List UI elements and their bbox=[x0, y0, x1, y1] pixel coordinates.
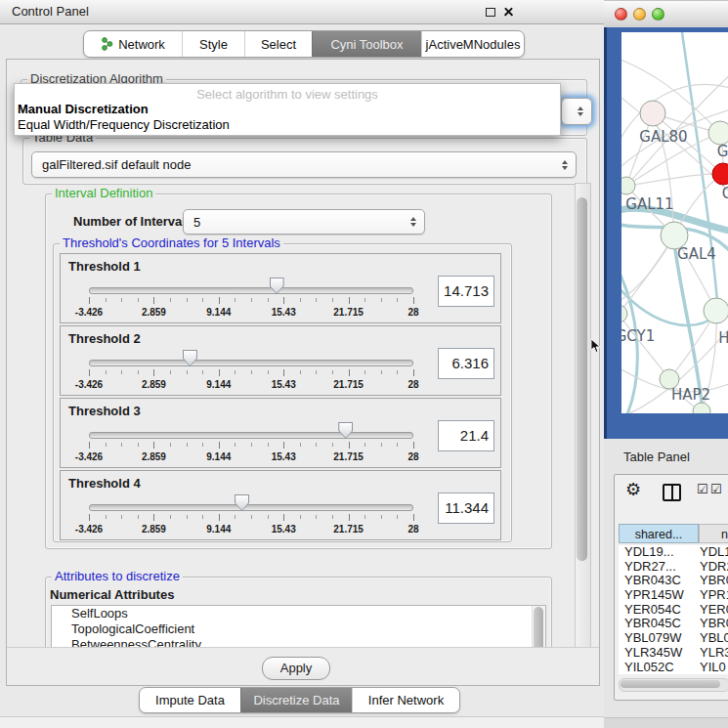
table-row[interactable]: YBR045CYBR0 bbox=[619, 617, 728, 631]
slider-thumb[interactable] bbox=[270, 278, 284, 294]
table-cell[interactable]: YPR145W bbox=[619, 588, 700, 603]
network-node[interactable] bbox=[640, 101, 665, 126]
network-node[interactable] bbox=[708, 121, 728, 145]
settings-vertical-scrollbar-thumb[interactable] bbox=[577, 197, 587, 561]
network-node[interactable] bbox=[621, 177, 635, 194]
checkbox-checked-icon[interactable]: ☑ bbox=[710, 483, 722, 495]
threshold-value-field[interactable]: 6.316 bbox=[438, 348, 494, 379]
tick-label: 9.144 bbox=[206, 379, 231, 390]
close-icon[interactable] bbox=[503, 6, 514, 17]
number-of-intervals-select[interactable]: 5 bbox=[183, 209, 425, 235]
algorithm-option-equal-width[interactable]: Equal Width/Frequency Discretization bbox=[15, 117, 560, 133]
close-traffic-light[interactable] bbox=[615, 8, 627, 21]
table-cell[interactable]: YER054C bbox=[619, 603, 700, 618]
table-cell[interactable]: YBR0 bbox=[700, 574, 728, 588]
network-node[interactable] bbox=[693, 403, 710, 413]
threshold-value-field[interactable]: 14.713 bbox=[438, 276, 494, 307]
zoom-traffic-light[interactable] bbox=[652, 8, 664, 21]
network-node[interactable] bbox=[621, 305, 627, 322]
table-cell[interactable]: YIL0 bbox=[700, 661, 726, 675]
slider-thumb[interactable] bbox=[338, 422, 353, 439]
table-row[interactable]: YDL19...YDL1 bbox=[619, 545, 728, 560]
minimize-traffic-light[interactable] bbox=[633, 8, 646, 21]
checkbox-checked-icon[interactable]: ☑ bbox=[697, 483, 708, 495]
network-canvas[interactable]: GAL80G.CGAL11GAL4GCY1HHAP2 bbox=[621, 32, 728, 413]
algorithm-select[interactable] bbox=[561, 98, 592, 125]
table-row[interactable]: YPR145WYPR1 bbox=[619, 588, 728, 603]
table-cell[interactable]: YDL1 bbox=[700, 545, 728, 560]
network-edge[interactable] bbox=[621, 58, 720, 133]
table-row[interactable]: YDR27...YDR2 bbox=[619, 560, 728, 575]
tick-mark bbox=[219, 297, 220, 304]
tab-network[interactable]: Network bbox=[84, 31, 182, 57]
table-horizontal-scrollbar[interactable] bbox=[619, 678, 728, 692]
tab-select[interactable]: Select bbox=[244, 31, 312, 57]
table-row[interactable]: YLR345WYLR3 bbox=[619, 646, 728, 661]
table-cell[interactable]: YPR1 bbox=[700, 588, 728, 603]
table-horizontal-scrollbar-thumb[interactable] bbox=[621, 680, 720, 688]
slider-thumb[interactable] bbox=[235, 494, 249, 511]
threshold-value-field[interactable]: 11.344 bbox=[438, 492, 494, 524]
table-cell[interactable]: YBL0 bbox=[700, 631, 728, 646]
tick-mark bbox=[316, 298, 317, 302]
table-panel-title: Table Panel bbox=[623, 450, 690, 464]
table-row[interactable]: YIL052CYIL0 bbox=[619, 661, 728, 675]
attribute-list-item[interactable]: TopologicalCoefficient bbox=[52, 621, 545, 637]
table-cell[interactable]: YBR045C bbox=[619, 617, 700, 631]
tab-style[interactable]: Style bbox=[182, 31, 244, 57]
tick-mark bbox=[138, 515, 139, 519]
numerical-attributes-list[interactable]: SelfLoopsTopologicalCoefficientBetweenne… bbox=[51, 605, 546, 650]
screen: Control Panel Network Style Select bbox=[0, 0, 728, 728]
threshold-slider[interactable]: -3.4262.8599.14415.4321.71528 bbox=[89, 352, 413, 393]
algorithm-option-manual[interactable]: Manual Discretization bbox=[15, 102, 560, 117]
tab-cyni-toolbox[interactable]: Cyni Toolbox bbox=[312, 31, 421, 57]
numerical-attributes-label: Numerical Attributes bbox=[50, 587, 174, 602]
gear-icon[interactable]: ⚙ bbox=[625, 479, 641, 500]
network-edge[interactable] bbox=[626, 174, 723, 186]
tick-mark bbox=[364, 298, 365, 302]
table-cell[interactable]: YDL19... bbox=[619, 545, 700, 560]
threshold-value-field[interactable]: 21.4 bbox=[438, 420, 494, 451]
settings-vertical-scrollbar[interactable] bbox=[575, 183, 591, 650]
table-data-select[interactable]: galFiltered.sif default node bbox=[31, 151, 577, 178]
float-window-icon[interactable] bbox=[486, 8, 495, 17]
slider-thumb[interactable] bbox=[183, 350, 197, 366]
slider-track[interactable] bbox=[89, 432, 413, 439]
slider-track[interactable] bbox=[89, 360, 413, 366]
tab-jactivemnodules[interactable]: jActiveMNodules bbox=[421, 31, 524, 57]
threshold-slider[interactable]: -3.4262.8599.14415.4321.71528 bbox=[89, 424, 413, 465]
slider-track[interactable] bbox=[89, 504, 413, 511]
table-cell[interactable]: YDR27... bbox=[619, 560, 700, 575]
tab-impute-data[interactable]: Impute Data bbox=[140, 688, 240, 712]
attributes-list-scrollbar[interactable] bbox=[532, 606, 545, 650]
tab-discretize-data[interactable]: Discretize Data bbox=[240, 688, 352, 712]
column-header-name[interactable]: na bbox=[699, 524, 728, 543]
network-edge[interactable] bbox=[621, 284, 717, 325]
attribute-list-item[interactable]: SelfLoops bbox=[52, 606, 545, 621]
columns-icon[interactable] bbox=[663, 484, 681, 501]
tab-infer-network[interactable]: Infer Network bbox=[352, 688, 459, 712]
threshold-slider[interactable]: -3.4262.8599.14415.4321.71528 bbox=[89, 279, 413, 321]
table-cell[interactable]: YER0 bbox=[700, 603, 728, 618]
table-cell[interactable]: YBR043C bbox=[619, 574, 700, 588]
network-edge[interactable] bbox=[621, 314, 669, 379]
table-cell[interactable]: YIL052C bbox=[619, 661, 700, 675]
table-cell[interactable]: YBR0 bbox=[700, 617, 728, 631]
network-node[interactable] bbox=[704, 298, 728, 323]
slider-track[interactable] bbox=[89, 287, 413, 294]
table-cell[interactable]: YLR3 bbox=[700, 646, 728, 661]
table-cell[interactable]: YDR2 bbox=[700, 560, 728, 575]
table-cell[interactable]: YLR345W bbox=[619, 646, 700, 661]
network-window-titlebar[interactable] bbox=[604, 0, 728, 28]
table-row[interactable]: YER054CYER0 bbox=[619, 603, 728, 618]
table-cell[interactable]: YBL079W bbox=[619, 631, 700, 646]
number-of-intervals-value: 5 bbox=[184, 215, 407, 230]
tick-label: 2.859 bbox=[142, 524, 166, 535]
apply-button[interactable]: Apply bbox=[262, 657, 330, 680]
table-row[interactable]: YBR043CYBR0 bbox=[619, 574, 728, 588]
attributes-list-scrollbar-thumb[interactable] bbox=[534, 607, 543, 650]
tick-mark bbox=[300, 515, 301, 519]
table-row[interactable]: YBL079WYBL0 bbox=[619, 631, 728, 646]
column-header-shared-name[interactable]: shared... bbox=[619, 524, 699, 543]
threshold-slider[interactable]: -3.4262.8599.14415.4321.71528 bbox=[89, 496, 413, 537]
